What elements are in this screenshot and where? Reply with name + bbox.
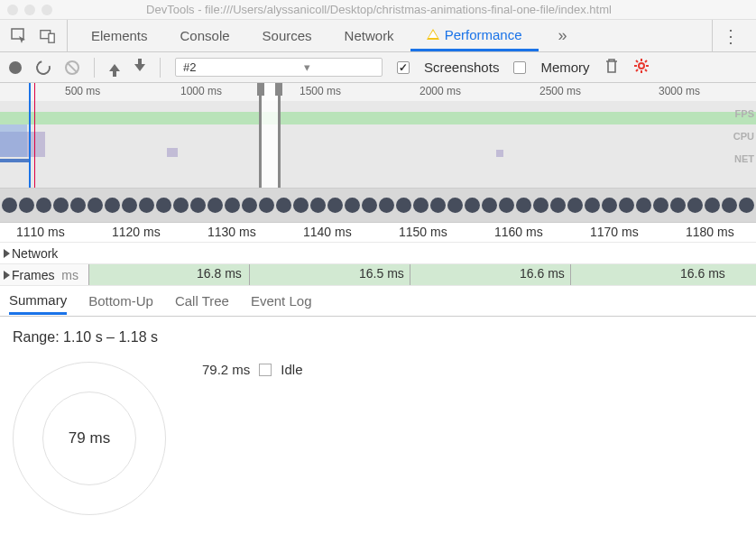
memory-label: Memory	[540, 60, 589, 75]
screenshot-thumb[interactable]	[173, 198, 189, 213]
frame-duration[interactable]: 16.5 ms	[359, 266, 404, 281]
screenshot-thumb[interactable]	[739, 198, 754, 213]
frames-cells: 16.8 ms 16.5 ms 16.6 ms 16.6 ms	[88, 264, 756, 285]
ruler-tick: 1120 ms	[112, 225, 161, 239]
close-icon[interactable]	[7, 5, 18, 15]
inspect-icon[interactable]	[11, 28, 27, 44]
device-toggle-icon[interactable]	[40, 28, 56, 44]
overview-selection[interactable]	[259, 83, 281, 188]
screenshot-thumb[interactable]	[567, 198, 583, 213]
net-lane	[0, 157, 756, 164]
screenshot-thumb[interactable]	[88, 198, 103, 213]
frame-duration[interactable]: 16.8 ms	[197, 266, 242, 281]
range-text: Range: 1.10 s – 1.18 s	[13, 329, 743, 346]
screenshot-thumb[interactable]	[379, 198, 394, 213]
frame-duration[interactable]: 16.6 ms	[520, 266, 565, 281]
screenshot-thumb[interactable]	[53, 198, 69, 213]
screenshot-thumb[interactable]	[653, 198, 668, 213]
screenshot-thumb[interactable]	[550, 198, 566, 213]
screenshot-thumb[interactable]	[70, 198, 86, 213]
screenshot-thumb[interactable]	[636, 198, 651, 213]
clear-button[interactable]	[65, 60, 79, 75]
screenshot-thumb[interactable]	[156, 198, 171, 213]
tab-performance-label: Performance	[445, 27, 522, 42]
screenshot-thumb[interactable]	[242, 198, 257, 213]
screenshot-thumb[interactable]	[207, 198, 223, 213]
screenshot-thumb[interactable]	[499, 198, 514, 213]
save-profile-icon[interactable]	[134, 64, 145, 71]
detail-ruler[interactable]: 1110 ms 1120 ms 1130 ms 1140 ms 1150 ms …	[0, 223, 756, 243]
screenshot-thumb[interactable]	[225, 198, 240, 213]
ruler-tick: 1110 ms	[16, 225, 65, 239]
screenshot-thumb[interactable]	[585, 198, 600, 213]
track-label-text: Frames	[12, 268, 54, 282]
screenshot-thumb[interactable]	[465, 198, 480, 213]
screenshot-thumb[interactable]	[2, 198, 17, 213]
screenshot-thumb[interactable]	[327, 198, 343, 213]
screenshot-strip[interactable]: for(let i=0;i<44;i++)document.write('<di…	[0, 189, 756, 223]
screenshot-thumb[interactable]	[602, 198, 617, 213]
frame-duration[interactable]: 16.6 ms	[680, 266, 725, 281]
ruler-tick: 1130 ms	[207, 225, 256, 239]
tab-event-log[interactable]: Event Log	[251, 289, 312, 313]
screenshot-thumb[interactable]	[310, 198, 326, 213]
screenshot-thumb[interactable]	[36, 198, 51, 213]
gc-button[interactable]	[604, 58, 619, 77]
screenshot-thumb[interactable]	[293, 198, 309, 213]
track-frames[interactable]: Frames ms 16.8 ms 16.5 ms 16.6 ms 16.6 m…	[0, 264, 756, 286]
tab-performance[interactable]: Performance	[410, 20, 539, 51]
ruler-tick: 3000 ms	[659, 85, 700, 97]
reload-record-button[interactable]	[33, 58, 53, 78]
screenshot-thumb[interactable]	[139, 198, 154, 213]
screenshot-thumb[interactable]	[619, 198, 634, 213]
screenshot-thumb[interactable]	[19, 198, 34, 213]
settings-icon[interactable]	[633, 58, 650, 77]
separator	[160, 58, 161, 78]
ruler-tick: 1140 ms	[303, 225, 352, 239]
tab-network[interactable]: Network	[328, 20, 410, 51]
screenshots-checkbox[interactable]	[397, 61, 410, 74]
screenshot-thumb[interactable]	[722, 198, 737, 213]
screenshot-thumb[interactable]	[276, 198, 291, 213]
load-profile-icon[interactable]	[109, 64, 120, 71]
minimize-icon[interactable]	[24, 5, 35, 15]
screenshot-thumb[interactable]	[482, 198, 497, 213]
devtools-menu-icon[interactable]: ⋮	[712, 20, 749, 51]
screenshot-thumb[interactable]	[190, 198, 206, 213]
screenshot-thumb[interactable]	[516, 198, 531, 213]
screenshot-thumb[interactable]	[105, 198, 120, 213]
screenshot-thumb[interactable]	[259, 198, 274, 213]
screenshot-thumb[interactable]	[687, 198, 703, 213]
screenshot-thumb[interactable]	[362, 198, 377, 213]
tabs-overflow[interactable]: »	[542, 20, 584, 51]
overview-lane-labels: FPS CPU NET	[733, 103, 754, 171]
tab-elements[interactable]: Elements	[75, 20, 164, 51]
screenshot-thumb[interactable]	[430, 198, 446, 213]
tab-call-tree[interactable]: Call Tree	[175, 289, 229, 313]
screenshot-thumb[interactable]	[345, 198, 360, 213]
recording-select[interactable]: #2 ▾	[175, 58, 383, 77]
tab-summary[interactable]: Summary	[9, 288, 67, 315]
expand-icon[interactable]	[4, 249, 10, 258]
screenshot-thumb[interactable]	[122, 198, 137, 213]
ruler-tick: 1150 ms	[399, 225, 447, 239]
expand-icon[interactable]	[4, 271, 10, 280]
overview-cursor[interactable]	[29, 83, 31, 188]
screenshot-thumb[interactable]	[447, 198, 463, 213]
memory-checkbox[interactable]	[513, 61, 526, 74]
svg-line-11	[645, 60, 647, 62]
svg-line-9	[645, 69, 647, 71]
screenshot-thumb[interactable]	[396, 198, 411, 213]
tab-console[interactable]: Console	[164, 20, 246, 51]
screenshot-thumb[interactable]	[533, 198, 549, 213]
screenshot-thumb[interactable]	[670, 198, 686, 213]
record-button[interactable]	[9, 61, 22, 74]
screenshot-thumb[interactable]	[705, 198, 720, 213]
window-controls[interactable]	[7, 5, 52, 15]
timeline-overview[interactable]: 500 ms 1000 ms 1500 ms 2000 ms 2500 ms 3…	[0, 83, 756, 189]
track-network[interactable]: Network	[0, 243, 756, 264]
zoom-icon[interactable]	[41, 5, 52, 15]
screenshot-thumb[interactable]	[413, 198, 429, 213]
tab-bottom-up[interactable]: Bottom-Up	[88, 289, 153, 313]
tab-sources[interactable]: Sources	[246, 20, 328, 51]
